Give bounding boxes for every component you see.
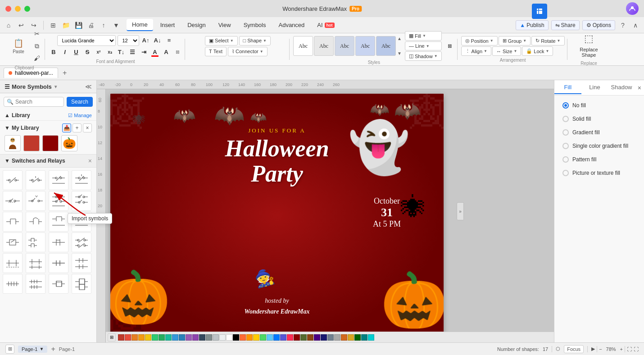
symbol-item[interactable] bbox=[49, 274, 68, 294]
no-fill-option[interactable]: No fill bbox=[560, 100, 639, 111]
color-swatch[interactable] bbox=[213, 334, 219, 341]
color-swatch[interactable] bbox=[152, 334, 158, 341]
color-swatch[interactable] bbox=[192, 334, 199, 341]
symbol-item[interactable] bbox=[26, 212, 45, 232]
color-swatch[interactable] bbox=[179, 334, 185, 341]
color-swatch[interactable] bbox=[233, 334, 239, 341]
color-swatch[interactable] bbox=[267, 334, 273, 341]
symbol-item[interactable] bbox=[26, 191, 45, 211]
search-input[interactable] bbox=[15, 99, 61, 105]
tab-ai[interactable]: AI hot bbox=[312, 19, 340, 31]
symbol-item[interactable] bbox=[72, 191, 91, 211]
export-icon[interactable]: ↑ bbox=[99, 20, 109, 30]
fit-page-button[interactable]: ⛶ bbox=[627, 346, 632, 352]
color-swatch[interactable] bbox=[125, 334, 131, 341]
zoom-out-button[interactable]: − bbox=[599, 346, 602, 352]
picture-fill-option[interactable]: Picture or texture fill bbox=[560, 168, 639, 178]
expand-right-panel-button[interactable]: » bbox=[457, 202, 464, 220]
current-page-tab[interactable]: Page-1 ▼ bbox=[18, 346, 47, 353]
solid-fill-option[interactable]: Solid fill bbox=[560, 114, 639, 124]
window-controls[interactable] bbox=[5, 6, 30, 12]
color-swatch[interactable] bbox=[132, 334, 138, 341]
minimize-button[interactable] bbox=[15, 6, 21, 12]
fill-tab[interactable]: Fill bbox=[554, 81, 581, 94]
symbol-item[interactable] bbox=[72, 232, 91, 252]
color-swatch[interactable] bbox=[368, 334, 374, 341]
tab-symbols[interactable]: Symbols bbox=[238, 19, 272, 31]
align-btn-toolbar[interactable]: ≡ bbox=[164, 36, 174, 46]
tab-home[interactable]: Home bbox=[127, 19, 153, 31]
add-page-button[interactable]: + bbox=[51, 346, 55, 353]
color-swatch[interactable] bbox=[226, 334, 232, 341]
line-button[interactable]: — Line ▼ bbox=[405, 41, 442, 50]
my-library-title[interactable]: ▼ My Library bbox=[5, 125, 39, 131]
focus-label[interactable]: Focus bbox=[564, 345, 584, 353]
panel-collapse-button[interactable]: ≪ bbox=[85, 83, 92, 90]
gradient-fill-radio[interactable] bbox=[562, 129, 569, 136]
styles-scroll-up[interactable]: ▲ bbox=[397, 36, 402, 41]
single-gradient-radio[interactable] bbox=[562, 143, 569, 149]
symbol-item[interactable] bbox=[49, 170, 68, 190]
subscript-button[interactable]: x₂ bbox=[105, 47, 115, 57]
styles-scroll-down[interactable]: ▼ bbox=[397, 51, 402, 56]
color-swatch[interactable] bbox=[287, 334, 293, 341]
align-button[interactable]: ⋮ Align ▼ bbox=[461, 46, 491, 56]
decrease-font-btn[interactable]: A↓ bbox=[153, 36, 163, 46]
symbol-item[interactable] bbox=[49, 191, 68, 211]
play-button[interactable]: ▶ bbox=[591, 346, 595, 352]
symbol-item[interactable] bbox=[72, 253, 91, 273]
symbol-item[interactable] bbox=[3, 274, 23, 294]
symbol-item[interactable] bbox=[26, 274, 45, 294]
user-avatar[interactable] bbox=[626, 2, 639, 15]
symbol-item[interactable] bbox=[72, 170, 91, 190]
library-item-dark-rect[interactable] bbox=[42, 135, 59, 151]
open-icon[interactable]: 📁 bbox=[61, 20, 71, 30]
color-swatch[interactable] bbox=[334, 334, 340, 341]
symbol-item[interactable] bbox=[3, 253, 23, 273]
pattern-fill-option[interactable]: Pattern fill bbox=[560, 154, 639, 165]
style-swatch-3[interactable]: Abc bbox=[335, 36, 354, 56]
library-item-red-rect[interactable] bbox=[23, 135, 40, 151]
style-swatch-2[interactable]: Abc bbox=[314, 36, 334, 56]
fill-button[interactable]: ▦ Fill ▼ bbox=[405, 31, 442, 41]
color-swatch[interactable] bbox=[219, 334, 226, 341]
color-swatch[interactable] bbox=[118, 334, 124, 341]
no-fill-radio[interactable] bbox=[562, 102, 569, 109]
pattern-fill-radio[interactable] bbox=[562, 156, 569, 163]
symbol-item[interactable] bbox=[49, 212, 68, 232]
color-swatch[interactable] bbox=[138, 334, 145, 341]
color-swatch[interactable] bbox=[145, 334, 151, 341]
symbol-item[interactable] bbox=[72, 274, 91, 294]
color-swatch[interactable] bbox=[165, 334, 172, 341]
text-direction-button[interactable]: T↓ bbox=[116, 47, 126, 57]
color-swatch[interactable] bbox=[321, 334, 327, 341]
switches-header[interactable]: ▼ Switches and Relays × bbox=[0, 155, 96, 168]
increase-font-btn[interactable]: A↑ bbox=[141, 36, 151, 46]
select-button[interactable]: ▣ Select ▼ bbox=[205, 36, 238, 46]
layers-button[interactable]: ⬡ bbox=[556, 346, 560, 352]
new-icon[interactable]: ⊞ bbox=[48, 20, 58, 30]
symbol-item[interactable] bbox=[49, 232, 68, 252]
cut-button[interactable]: ✂ bbox=[32, 28, 42, 39]
format-painter-button[interactable]: 🖌 bbox=[32, 53, 42, 64]
collapse-ribbon-icon[interactable]: ∧ bbox=[630, 20, 640, 30]
library-item-pumpkin[interactable]: 🎃 bbox=[61, 135, 77, 151]
expand-styles-icon[interactable]: ⊠ bbox=[445, 41, 455, 51]
color-picker-icon[interactable]: ⊞ bbox=[108, 333, 116, 341]
shape-button[interactable]: □ Shape ▼ bbox=[239, 36, 271, 46]
add-library-button[interactable]: + bbox=[73, 123, 82, 132]
rotate-button[interactable]: ↻ Rotate ▼ bbox=[531, 36, 564, 46]
search-button[interactable]: Search bbox=[67, 97, 93, 107]
position-button[interactable]: ◎ Position ▼ bbox=[461, 36, 498, 46]
superscript-button[interactable]: x² bbox=[94, 47, 104, 57]
help-icon[interactable]: ? bbox=[618, 20, 628, 30]
color-swatch[interactable] bbox=[240, 334, 246, 341]
color-swatch[interactable] bbox=[280, 334, 286, 341]
color-swatch[interactable] bbox=[314, 334, 320, 341]
size-button[interactable]: ↔ Size ▼ bbox=[492, 46, 521, 56]
symbol-item[interactable] bbox=[3, 232, 23, 252]
font-color-button[interactable]: A bbox=[150, 47, 160, 57]
replace-shape-button[interactable]: Replace Shape bbox=[571, 46, 607, 59]
color-swatch[interactable] bbox=[300, 334, 307, 341]
maximize-button[interactable] bbox=[24, 6, 30, 12]
